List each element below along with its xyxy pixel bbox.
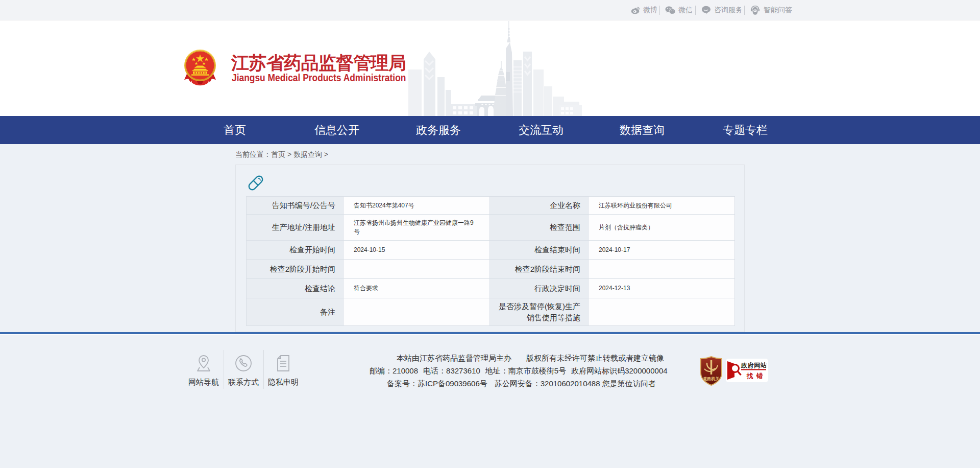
svg-text:政府网站: 政府网站 [741,362,767,369]
svg-text:找错: 找错 [746,372,766,380]
svg-text:党政机关: 党政机关 [703,377,720,381]
